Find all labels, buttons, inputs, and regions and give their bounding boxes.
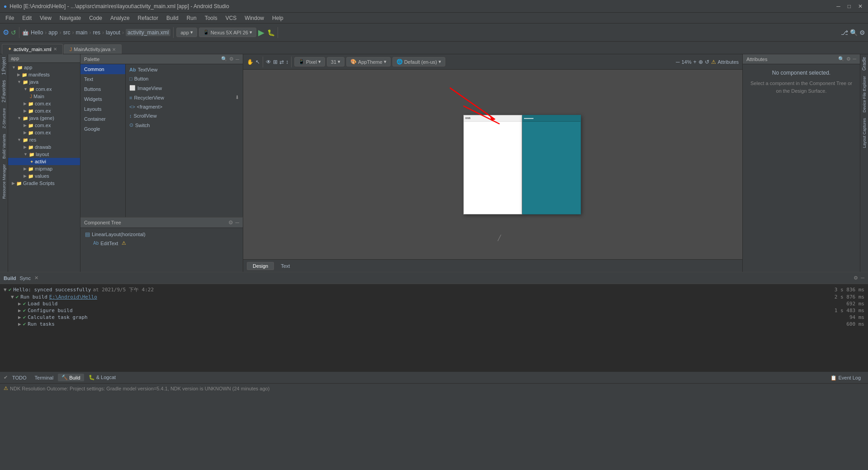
build-arrow-3[interactable]: ▶ <box>18 301 21 307</box>
tree-item-res[interactable]: ▼ 📁 res <box>8 136 80 143</box>
comp-tree-edittext[interactable]: Ab EditText ⚠ <box>82 239 241 247</box>
recyclerview-download-icon[interactable]: ⬇ <box>235 95 239 100</box>
sidebar-resource-label[interactable]: Resource Manager <box>1 162 7 201</box>
menu-view[interactable]: View <box>36 14 55 22</box>
design-tool-hand[interactable]: ✋ <box>247 59 254 65</box>
design-arrow-icon[interactable]: ↕ <box>286 59 288 65</box>
palette-cat-layouts[interactable]: Layouts <box>80 104 125 114</box>
api-selector[interactable]: 31 ▾ <box>327 57 344 66</box>
palette-widget-fragment[interactable]: <> <fragment> <box>126 102 243 111</box>
menu-tools[interactable]: Tools <box>201 14 221 22</box>
menu-build[interactable]: Build <box>163 14 182 22</box>
palette-cat-container[interactable]: Container <box>80 114 125 124</box>
sidebar-build-label[interactable]: Build Variants <box>1 132 7 161</box>
bottom-tab-build[interactable]: 🔨 Build <box>58 374 84 381</box>
toolbar-icon-1[interactable]: ⚙ <box>3 28 9 37</box>
maximize-button[interactable]: □ <box>846 3 853 9</box>
zoom-fit-icon[interactable]: ⊕ <box>698 59 703 65</box>
tab-mainactivity[interactable]: J MainActivity.java ✕ <box>64 44 122 54</box>
build-arrow-2[interactable]: ▼ <box>11 294 14 300</box>
build-arrow-4[interactable]: ▶ <box>18 308 21 313</box>
tree-item-main[interactable]: J Main <box>8 93 80 100</box>
tree-item-activi[interactable]: ✦ activi <box>8 158 80 165</box>
design-eye-icon[interactable]: 👁 <box>266 59 271 65</box>
tree-item-values[interactable]: ▶ 📁 values <box>8 172 80 180</box>
toolbar-search-icon[interactable]: 🔍 <box>850 29 858 36</box>
palette-cat-google[interactable]: Google <box>80 124 125 134</box>
phone-preview[interactable]: aaa ▬▬▬ <box>463 115 522 214</box>
design-tab-text[interactable]: Text <box>275 262 296 270</box>
theme-selector[interactable]: 🎨 AppTheme ▾ <box>346 57 391 66</box>
zoom-in-icon[interactable]: + <box>693 59 697 65</box>
sidebar-device-file-label[interactable]: Device File Explorer <box>861 74 868 114</box>
palette-settings-icon[interactable]: ⚙ <box>229 56 234 62</box>
run-button[interactable]: ▶ <box>258 28 264 38</box>
palette-widget-recyclerview[interactable]: ≡ RecyclerView ⬇ <box>126 93 243 102</box>
sidebar-captures-label[interactable]: Layout Captures <box>861 116 868 150</box>
tree-item-java-gene[interactable]: ▼ 📁 java (gene) <box>8 114 80 122</box>
tab-close-icon[interactable]: ✕ <box>53 47 57 52</box>
build-minimize-icon[interactable]: ─ <box>861 275 864 281</box>
menu-window[interactable]: Window <box>241 14 268 22</box>
build-arrow-5[interactable]: ▶ <box>18 314 21 320</box>
breadcrumb-src[interactable]: src <box>63 29 70 36</box>
close-button[interactable]: ✕ <box>856 3 864 9</box>
menu-vcs[interactable]: VCS <box>222 14 241 22</box>
breadcrumb-activity[interactable]: activity_main.xml <box>126 29 170 36</box>
palette-widget-switch[interactable]: ⊙ Switch <box>126 120 243 130</box>
tree-item-java[interactable]: ▼ 📁 java <box>8 78 80 85</box>
design-tab-design[interactable]: Design <box>247 262 274 270</box>
toolbar-settings-icon[interactable]: ⚙ <box>859 29 865 36</box>
breadcrumb-res[interactable]: res <box>93 29 100 36</box>
event-log-button[interactable]: 📋 Event Log <box>827 374 864 381</box>
breadcrumb-app[interactable]: app <box>48 29 57 36</box>
tab-activity-main[interactable]: ✦ activity_main.xml ✕ <box>2 44 63 54</box>
device-dropdown[interactable]: 📱 Nexus 5X API 26 ▾ <box>199 28 256 37</box>
resize-handle[interactable]: ╱ <box>498 235 501 241</box>
tree-item-drawab[interactable]: ▶ 📁 drawab <box>8 143 80 151</box>
bottom-tab-todo[interactable]: TODO <box>9 374 30 381</box>
palette-cat-text[interactable]: Text <box>80 74 125 84</box>
zoom-out-icon[interactable]: ─ <box>676 59 680 65</box>
device-selector[interactable]: 📱 Pixel ▾ <box>294 57 325 66</box>
attr-search-icon[interactable]: 🔍 <box>838 56 844 62</box>
attr-close-icon[interactable]: ─ <box>853 56 856 62</box>
tree-item-comex4[interactable]: ▶ 📁 com.ex <box>8 122 80 129</box>
build-arrow-1[interactable]: ▼ <box>4 287 7 293</box>
palette-cat-common[interactable]: Common <box>80 64 125 74</box>
tree-item-app[interactable]: ▼ 📁 app <box>8 64 80 71</box>
comp-tree-close-icon[interactable]: ─ <box>235 219 239 226</box>
tab-java-close-icon[interactable]: ✕ <box>112 47 116 52</box>
tree-item-mipmap[interactable]: ▶ 📁 mipmap <box>8 165 80 172</box>
menu-navigate[interactable]: Navigate <box>56 14 85 22</box>
debug-button[interactable]: 🐛 <box>267 29 275 36</box>
palette-cat-buttons[interactable]: Buttons <box>80 84 125 94</box>
design-grid-icon[interactable]: ⊞ <box>273 59 278 65</box>
palette-search-icon[interactable]: 🔍 <box>221 56 227 62</box>
menu-help[interactable]: Help <box>269 14 287 22</box>
bottom-tab-logcat[interactable]: 🐛 & Logcat <box>85 374 119 381</box>
palette-widget-textview[interactable]: Ab TextView <box>126 65 243 74</box>
build-sync-close[interactable]: ✕ <box>34 275 38 281</box>
breadcrumb-hello-text[interactable]: Hello <box>31 29 43 36</box>
toolbar-icon-2[interactable]: ↺ <box>11 29 16 36</box>
palette-widget-button[interactable]: □ Button <box>126 74 243 83</box>
breadcrumb-layout[interactable]: layout <box>106 29 120 36</box>
menu-analyze[interactable]: Analyze <box>107 14 133 22</box>
breadcrumb-main[interactable]: main <box>75 29 87 36</box>
menu-run[interactable]: Run <box>183 14 200 22</box>
comp-tree-linearlayout[interactable]: ▤ LinearLayout(horizontal) <box>82 230 241 239</box>
tree-item-comex3[interactable]: ▶ 📁 com.ex <box>8 107 80 114</box>
comp-tree-settings-icon[interactable]: ⚙ <box>228 219 233 226</box>
minimize-button[interactable]: ─ <box>835 3 842 9</box>
design-tool-select[interactable]: ↖ <box>255 59 260 65</box>
attr-settings-icon[interactable]: ⚙ <box>846 56 851 62</box>
sidebar-structure-label[interactable]: Z-Structure <box>1 106 7 130</box>
palette-cat-widgets[interactable]: Widgets <box>80 94 125 104</box>
menu-code[interactable]: Code <box>85 14 106 22</box>
tree-item-comex5[interactable]: ▶ 📁 com.ex <box>8 129 80 136</box>
toolbar-git-icon[interactable]: ⎇ <box>841 29 848 36</box>
breadcrumb-hello[interactable]: 🤖 <box>22 29 29 36</box>
build-link-2[interactable]: E:\Android\Hello <box>49 294 97 300</box>
menu-file[interactable]: File <box>2 14 18 22</box>
